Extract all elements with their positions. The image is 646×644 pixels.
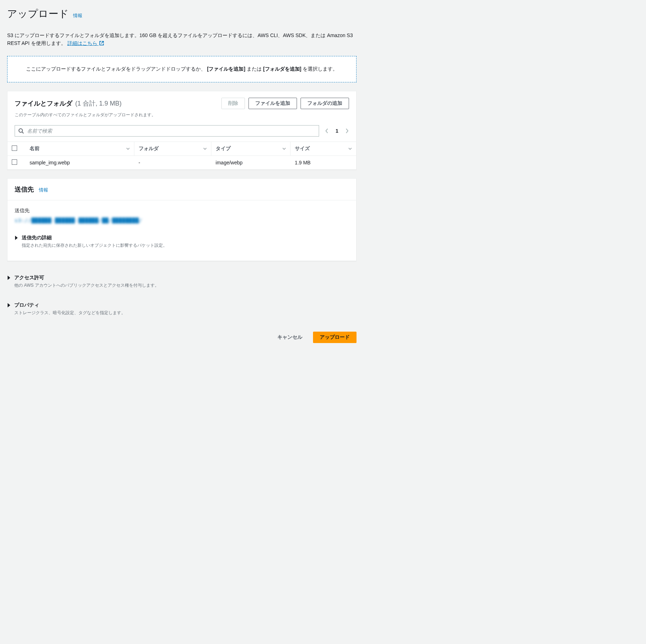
dropzone-text-middle: または xyxy=(247,66,263,72)
pager-next-icon[interactable] xyxy=(345,128,349,133)
dropzone-add-folder-bold: [フォルダを追加] xyxy=(263,66,301,72)
files-panel-count: (1 合計, 1.9 MB) xyxy=(75,100,122,107)
cell-folder: - xyxy=(134,155,211,169)
files-folders-panel: ファイルとフォルダ (1 合計, 1.9 MB) 削除 ファイルを追加 フォルダ… xyxy=(7,91,357,170)
intro-text: S3 にアップロードするファイルとフォルダを追加します。160 GB を超えるフ… xyxy=(7,31,357,47)
destination-title: 送信先 xyxy=(15,186,34,193)
cell-name: sample_img.webp xyxy=(25,155,134,169)
add-folder-button[interactable]: フォルダの追加 xyxy=(301,98,349,109)
intro-body: S3 にアップロードするファイルとフォルダを追加します。160 GB を超えるフ… xyxy=(7,32,353,46)
cell-type: image/webp xyxy=(211,155,291,169)
pager: 1 xyxy=(325,128,349,134)
select-all-checkbox[interactable] xyxy=(12,145,17,151)
info-link-header[interactable]: 情報 xyxy=(73,12,82,19)
permissions-toggle[interactable]: アクセス許可 他の AWS アカウントへのパブリックアクセスとアクセス権を付与し… xyxy=(7,270,357,293)
caret-right-icon xyxy=(7,276,11,280)
destination-panel: 送信先 情報 送信先 s3://██████-██████-██████/██/… xyxy=(7,178,357,261)
svg-point-0 xyxy=(19,129,22,132)
search-input[interactable] xyxy=(15,125,319,137)
files-table: 名前 フォルダ xyxy=(7,142,356,169)
learn-more-link[interactable]: 詳細はこちら xyxy=(67,40,104,46)
destination-details-desc: 指定された宛先に保存された新しいオブジェクトに影響するバケット設定。 xyxy=(22,242,167,249)
sort-icon[interactable] xyxy=(203,147,207,150)
destination-label: 送信先 xyxy=(15,208,349,214)
dropzone-text-suffix: を選択します。 xyxy=(303,66,338,72)
sort-icon[interactable] xyxy=(282,147,286,150)
pager-prev-icon[interactable] xyxy=(325,128,329,133)
pager-page-number: 1 xyxy=(335,128,338,134)
info-link-destination[interactable]: 情報 xyxy=(39,187,48,193)
sort-icon[interactable] xyxy=(126,147,130,150)
col-name[interactable]: 名前 xyxy=(30,145,40,152)
cell-size: 1.9 MB xyxy=(291,155,356,169)
col-size[interactable]: サイズ xyxy=(295,145,310,152)
col-folder[interactable]: フォルダ xyxy=(139,145,159,152)
destination-details-toggle[interactable]: 送信先の詳細 指定された宛先に保存された新しいオブジェクトに影響するバケット設定… xyxy=(15,230,349,254)
destination-value[interactable]: s3://██████-██████-██████/██/████████/ xyxy=(15,218,349,223)
dropzone-add-file-bold: [ファイルを追加] xyxy=(207,66,245,72)
properties-title: プロパティ xyxy=(14,302,125,308)
dropzone-text-prefix: ここにアップロードするファイルとフォルダをドラッグアンドドロップするか、 xyxy=(26,66,206,72)
delete-button[interactable]: 削除 xyxy=(221,98,245,109)
cancel-button[interactable]: キャンセル xyxy=(271,332,309,343)
files-panel-desc: このテーブル内のすべてのファイルとフォルダがアップロードされます。 xyxy=(15,112,349,118)
permissions-title: アクセス許可 xyxy=(14,275,159,281)
sort-icon[interactable] xyxy=(348,147,352,150)
caret-right-icon xyxy=(15,236,18,240)
destination-details-title: 送信先の詳細 xyxy=(22,235,167,241)
upload-button[interactable]: アップロード xyxy=(313,332,357,343)
col-type[interactable]: タイプ xyxy=(216,145,231,152)
caret-right-icon xyxy=(7,303,11,307)
add-file-button[interactable]: ファイルを追加 xyxy=(248,98,297,109)
files-panel-title: ファイルとフォルダ xyxy=(15,100,72,107)
page-title: アップロード xyxy=(7,7,69,21)
properties-desc: ストレージクラス、暗号化設定、タグなどを指定します。 xyxy=(14,310,125,316)
row-checkbox[interactable] xyxy=(12,159,17,165)
search-icon xyxy=(18,128,24,134)
properties-toggle[interactable]: プロパティ ストレージクラス、暗号化設定、タグなどを指定します。 xyxy=(7,297,357,321)
permissions-desc: 他の AWS アカウントへのパブリックアクセスとアクセス権を付与します。 xyxy=(14,282,159,288)
external-link-icon xyxy=(99,41,104,46)
table-row: sample_img.webp - image/webp 1.9 MB xyxy=(7,155,356,169)
dropzone[interactable]: ここにアップロードするファイルとフォルダをドラッグアンドドロップするか、 [ファ… xyxy=(7,56,357,82)
